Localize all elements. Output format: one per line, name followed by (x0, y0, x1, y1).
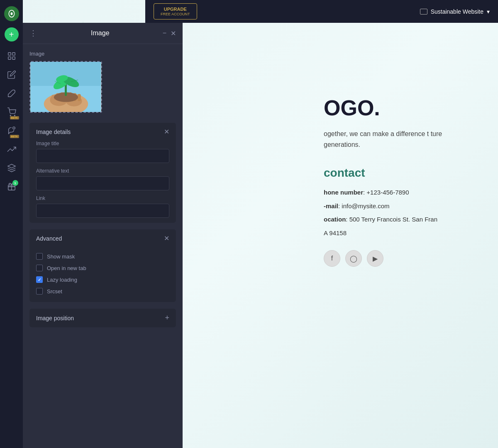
sidebar-logo (4, 6, 19, 21)
image-preview-container[interactable] (29, 61, 102, 113)
advanced-title: Advanced (36, 235, 62, 242)
advanced-header: Advanced ✕ (29, 229, 176, 247)
svg-rect-2 (8, 53, 10, 55)
website-selector[interactable]: Sustainable Website ▾ (420, 8, 490, 15)
sidebar-item-crm[interactable]: BETA (3, 122, 20, 139)
image-position-title: Image position (36, 315, 74, 321)
shop-beta-badge: BETA (10, 116, 19, 119)
lazy-loading-label: Lazy loading (47, 277, 77, 283)
link-input[interactable] (36, 204, 169, 218)
link-group: Link (29, 195, 176, 223)
open-new-tab-item[interactable]: Open in new tab (36, 262, 169, 274)
image-details-section: Image details ✕ Image title Alternative … (29, 123, 176, 223)
website-tagline: ogether, we can make a difference t ture… (324, 129, 469, 150)
sidebar-item-shop[interactable]: BETA (3, 104, 20, 120)
sidebar: + BETA B (0, 0, 23, 448)
location-zip: A 94158 (324, 229, 498, 238)
image-details-title: Image details (36, 129, 71, 135)
image-title-label: Image title (36, 141, 169, 146)
srcset-label: Srcset (47, 288, 62, 295)
top-bar: UPGRADE FREE ACCOUNT Sustainable Website… (145, 0, 498, 23)
upgrade-button[interactable]: UPGRADE FREE ACCOUNT (154, 3, 197, 20)
image-details-close-button[interactable]: ✕ (164, 128, 169, 136)
advanced-section: Advanced ✕ Show mask Open in new tab Laz… (29, 229, 176, 302)
contact-title: contact (324, 166, 498, 180)
instagram-icon[interactable]: ◯ (345, 250, 362, 267)
svg-rect-3 (12, 53, 15, 55)
open-new-tab-label: Open in new tab (47, 265, 86, 271)
lazy-loading-checkbox[interactable] (36, 276, 43, 283)
svg-point-7 (14, 115, 15, 116)
lazy-loading-item[interactable]: Lazy loading (36, 274, 169, 285)
svg-rect-5 (12, 57, 15, 59)
advanced-close-button[interactable]: ✕ (164, 234, 169, 242)
image-preview (30, 62, 101, 112)
image-panel: ⋮ Image − ✕ Image (23, 23, 183, 448)
location-contact: ocation: 500 Terry Francois St. San Fran (324, 215, 498, 224)
svg-point-6 (10, 115, 11, 116)
svg-rect-4 (8, 57, 10, 59)
show-mask-item[interactable]: Show mask (36, 251, 169, 262)
svg-point-1 (10, 12, 12, 15)
alt-text-input[interactable] (36, 176, 169, 190)
panel-close-button[interactable]: ✕ (171, 29, 176, 37)
sidebar-item-pages[interactable] (3, 48, 20, 64)
image-section-label: Image (29, 51, 176, 57)
alt-text-label: Alternative text (36, 168, 169, 174)
svg-point-8 (12, 127, 15, 129)
srcset-item[interactable]: Srcset (36, 285, 169, 297)
sidebar-item-layers[interactable] (3, 160, 20, 176)
alt-text-group: Alternative text (29, 168, 176, 195)
plant-image-svg (30, 62, 101, 112)
panel-title: Image (42, 29, 159, 37)
sidebar-item-gifts[interactable]: 1 (3, 178, 20, 195)
sidebar-item-style[interactable] (3, 85, 20, 102)
facebook-icon[interactable]: f (324, 250, 340, 267)
image-position-expand-button[interactable]: + (165, 314, 169, 322)
show-mask-checkbox[interactable] (36, 253, 43, 260)
email-contact: -mail: info@mysite.com (324, 202, 498, 211)
image-section: Image (23, 44, 183, 119)
link-label: Link (36, 195, 169, 201)
srcset-checkbox[interactable] (36, 288, 43, 295)
add-element-button[interactable]: + (5, 27, 19, 41)
youtube-icon[interactable]: ▶ (367, 250, 383, 267)
social-icons: f ◯ ▶ (324, 250, 498, 267)
phone-contact: hone number: +123-456-7890 (324, 188, 498, 197)
image-title-input[interactable] (36, 149, 169, 163)
open-new-tab-checkbox[interactable] (36, 265, 43, 271)
panel-header: ⋮ Image − ✕ (23, 23, 183, 44)
svg-rect-16 (51, 95, 55, 102)
svg-marker-9 (7, 164, 15, 168)
browser-icon (420, 9, 427, 15)
sidebar-item-analytics[interactable] (3, 141, 20, 158)
show-mask-label: Show mask (47, 253, 75, 260)
panel-minimize-button[interactable]: − (163, 29, 166, 37)
gifts-notification-badge: 1 (12, 180, 18, 186)
image-position-header: Image position + (29, 309, 176, 327)
website-logo: OGO. (324, 95, 498, 120)
advanced-checkboxes: Show mask Open in new tab Lazy loading S… (29, 247, 176, 302)
image-title-group: Image title (29, 141, 176, 168)
sidebar-item-edit[interactable] (3, 66, 20, 83)
image-position-section: Image position + (29, 309, 176, 327)
svg-rect-21 (78, 94, 81, 101)
brand-icon (7, 10, 16, 18)
website-content: OGO. ogether, we can make a difference t… (324, 62, 498, 448)
panel-menu-button[interactable]: ⋮ (29, 29, 38, 38)
image-details-header: Image details ✕ (29, 123, 176, 141)
crm-beta-badge: BETA (10, 135, 19, 138)
